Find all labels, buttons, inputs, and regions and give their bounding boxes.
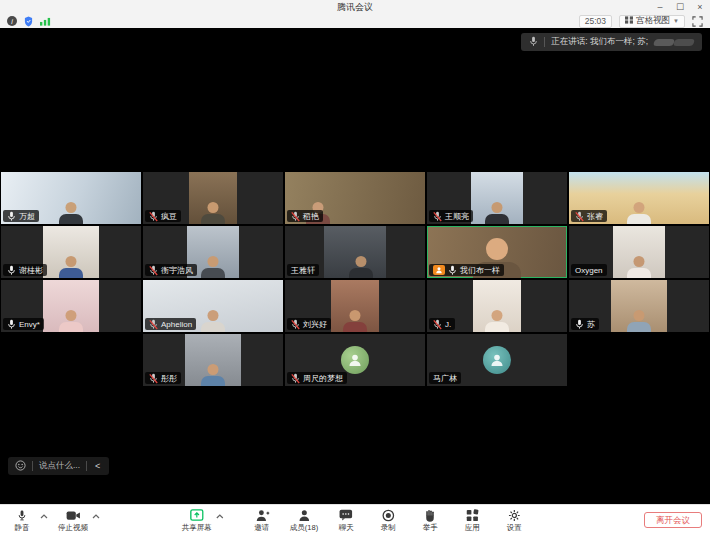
participant-tile[interactable]: J. (427, 280, 567, 332)
stop-video-button[interactable]: 停止视频 (58, 508, 88, 533)
mic-muted-icon (433, 319, 442, 330)
settings-icon (508, 509, 521, 522)
mute-options-chevron[interactable] (38, 510, 50, 523)
participant-tile[interactable]: 马广林 (427, 334, 567, 386)
share-screen-label: 共享屏幕 (182, 523, 212, 533)
audio-video-group: 静音 停止视频 (8, 508, 110, 533)
participant-tile[interactable]: 张睿 (569, 172, 709, 224)
participant-tile[interactable]: 彤彤 (143, 334, 283, 386)
video-feed (611, 280, 667, 332)
apps-icon (466, 509, 479, 522)
bottom-toolbar: 静音 停止视频 共享屏幕 (0, 504, 710, 535)
participant-nameplate: 衡宇浩风 (145, 264, 197, 276)
quick-chat-bar[interactable]: 说点什么... < (8, 457, 109, 475)
participant-tile[interactable]: 万超 (1, 172, 141, 224)
layout-view-button[interactable]: 宫格视图 ▼ (619, 15, 685, 28)
participant-nameplate: J. (429, 318, 455, 330)
collapse-chat-button[interactable]: < (93, 461, 102, 471)
participant-tile[interactable]: 王顺亮 (427, 172, 567, 224)
smiley-icon[interactable] (15, 460, 26, 473)
participant-nameplate: 万超 (3, 210, 39, 222)
participant-nameplate: 彤彤 (145, 372, 181, 384)
mic-muted-icon (149, 265, 158, 276)
minimize-button[interactable]: – (650, 0, 670, 14)
mic-muted-icon (291, 319, 300, 330)
titlebar: 腾讯会议 – ☐ × (0, 0, 710, 14)
invite-label: 邀请 (254, 523, 269, 533)
camera-icon (66, 509, 81, 522)
video-feed (324, 226, 386, 278)
redacted-name (673, 39, 695, 46)
raise-hand-button[interactable]: 举手 (416, 508, 444, 533)
participant-nameplate: Oxygen (571, 264, 607, 276)
members-icon (298, 509, 311, 522)
grid-view-icon (625, 16, 633, 26)
participant-nameplate: 稻艳 (287, 210, 323, 222)
record-button[interactable]: 录制 (374, 508, 402, 533)
leave-meeting-button[interactable]: 离开会议 (644, 512, 702, 529)
window-title: 腾讯会议 (0, 0, 710, 14)
participant-nameplate: Envy* (3, 318, 44, 330)
participant-tile[interactable]: 苏 (569, 280, 709, 332)
network-signal-icon[interactable] (40, 16, 51, 27)
participant-tile[interactable]: Envy* (1, 280, 141, 332)
stop-video-label: 停止视频 (58, 523, 88, 533)
participant-tile[interactable]: 谢桂彬 (1, 226, 141, 278)
mic-muted-icon (149, 373, 158, 384)
participant-tile[interactable]: 疯豆 (143, 172, 283, 224)
mic-muted-icon (291, 211, 300, 222)
participant-tile[interactable]: 稻艳 (285, 172, 425, 224)
video-options-chevron[interactable] (90, 510, 102, 523)
participant-grid: 万超疯豆稻艳王顺亮张睿谢桂彬衡宇浩风王雅轩我们布一样OxygenEnvy*Aph… (1, 172, 709, 386)
raise-hand-icon (424, 509, 436, 522)
participant-tile[interactable]: Aphelion (143, 280, 283, 332)
maximize-button[interactable]: ☐ (670, 0, 690, 14)
share-screen-button[interactable]: 共享屏幕 (182, 508, 212, 533)
grid-row: Envy*Aphelion刘兴好J.苏 (1, 280, 709, 332)
participant-tile[interactable]: Oxygen (569, 226, 709, 278)
participant-name: 万超 (19, 211, 35, 222)
members-button[interactable]: 成员(18) (290, 508, 318, 533)
avatar (483, 346, 511, 374)
share-options-chevron[interactable] (214, 510, 226, 523)
participant-nameplate: 王雅轩 (287, 264, 319, 276)
participant-name: 稻艳 (303, 211, 319, 222)
invite-button[interactable]: 邀请 (248, 508, 276, 533)
participant-tile[interactable]: 衡宇浩风 (143, 226, 283, 278)
participant-nameplate: 我们布一样 (429, 264, 504, 276)
participant-name: 谢桂彬 (19, 265, 43, 276)
participant-name: J. (445, 320, 451, 329)
chat-input-placeholder[interactable]: 说点什么... (39, 460, 80, 472)
fullscreen-icon[interactable] (692, 16, 703, 27)
apps-button[interactable]: 应用 (458, 508, 486, 533)
settings-button[interactable]: 设置 (500, 508, 528, 533)
participant-tile[interactable]: 我们布一样 (427, 226, 567, 278)
chat-button[interactable]: 聊天 (332, 508, 360, 533)
video-feed (473, 280, 521, 332)
participant-name: Envy* (19, 320, 40, 329)
video-feed (185, 334, 241, 386)
chat-icon (339, 509, 353, 522)
participant-nameplate: 疯豆 (145, 210, 181, 222)
mute-button[interactable]: 静音 (8, 508, 36, 533)
record-icon (382, 509, 395, 522)
participant-name: 衡宇浩风 (161, 265, 193, 276)
participant-tile[interactable]: 刘兴好 (285, 280, 425, 332)
participant-tile[interactable]: 周尺的梦想 (285, 334, 425, 386)
participant-name: 马广林 (433, 373, 457, 384)
meeting-info-icon[interactable]: i (7, 16, 17, 27)
security-shield-icon[interactable] (24, 16, 33, 27)
participant-name: 彤彤 (161, 373, 177, 384)
speaking-indicator-toast: 正在讲话: 我们布一样; 苏; (521, 33, 702, 51)
video-feed (189, 172, 237, 224)
invite-icon (254, 509, 269, 522)
participant-name: 我们布一样 (460, 265, 500, 276)
close-button[interactable]: × (690, 0, 710, 14)
mic-on-icon (7, 211, 16, 222)
mic-muted-icon (433, 211, 442, 222)
participant-name: Aphelion (161, 320, 192, 329)
participant-nameplate: 刘兴好 (287, 318, 331, 330)
participant-nameplate: 苏 (571, 318, 599, 330)
participant-tile[interactable]: 王雅轩 (285, 226, 425, 278)
mute-label: 静音 (15, 523, 30, 533)
